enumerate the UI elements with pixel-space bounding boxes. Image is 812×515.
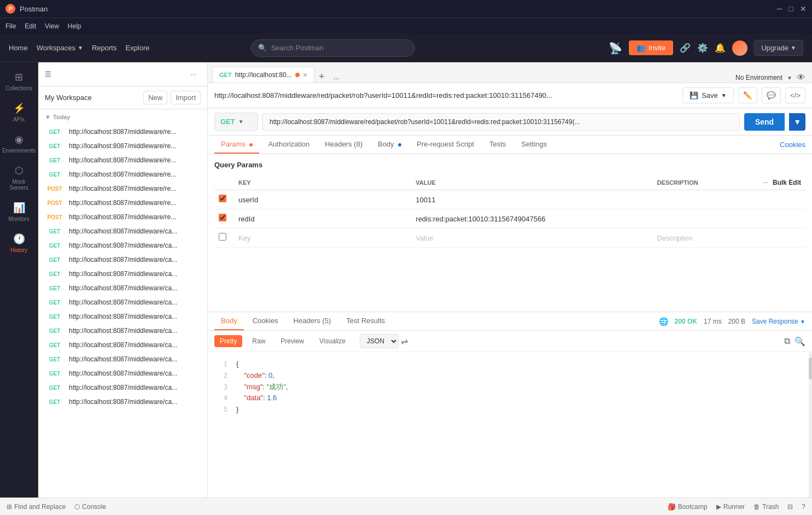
url-input[interactable]: [262, 113, 740, 131]
param-checkbox-3[interactable]: [219, 233, 226, 241]
tab-more-button[interactable]: ···: [329, 74, 344, 83]
param-desc-1[interactable]: [652, 190, 805, 209]
menu-help[interactable]: Help: [68, 22, 81, 30]
list-item[interactable]: GET http://localhost:8087/middleware/re.…: [38, 167, 207, 182]
sidebar-item-collections[interactable]: ⊞ Collections: [2, 67, 37, 96]
param-key-placeholder[interactable]: Key: [234, 229, 411, 248]
param-value-placeholder[interactable]: Value: [411, 229, 652, 248]
maximize-button[interactable]: □: [789, 4, 793, 13]
list-item[interactable]: GET http://localhost:8087/middleware/ca.…: [38, 381, 207, 395]
param-value-1[interactable]: 10011: [411, 190, 652, 209]
save-response-button[interactable]: Save Response ▼: [752, 318, 805, 325]
list-item[interactable]: GET http://localhost:8087/middleware/ca.…: [38, 309, 207, 324]
bulk-edit-button[interactable]: Bulk Edit: [773, 179, 801, 186]
sidebar-item-apis[interactable]: ⚡ APIs: [2, 98, 37, 127]
list-item[interactable]: POST http://localhost:8087/middleware/re…: [38, 210, 207, 224]
list-item[interactable]: GET http://localhost:8087/middleware/ca.…: [38, 352, 207, 366]
new-tab-button[interactable]: +: [314, 71, 329, 83]
json-format-select[interactable]: JSON: [360, 334, 399, 348]
tab-settings[interactable]: Settings: [515, 136, 553, 154]
new-button[interactable]: New: [143, 91, 167, 104]
send-button[interactable]: Send: [744, 113, 785, 131]
secondary-more-button[interactable]: ···: [186, 68, 201, 80]
resp-tab-cookies[interactable]: Cookies: [246, 312, 285, 330]
list-item[interactable]: POST http://localhost:8087/middleware/re…: [38, 182, 207, 196]
tab-close-button[interactable]: ×: [303, 71, 307, 79]
list-item[interactable]: GET http://localhost:8087/middleware/re.…: [38, 125, 207, 139]
trash-button[interactable]: 🗑 Trash: [753, 503, 779, 511]
cookies-link[interactable]: Cookies: [780, 141, 805, 149]
sidebar-item-history[interactable]: 🕐 History: [2, 229, 37, 258]
param-key-2[interactable]: redId: [234, 209, 411, 229]
save-button[interactable]: 💾 Save ▼: [682, 87, 734, 103]
list-item[interactable]: GET http://localhost:8087/middleware/ca.…: [38, 267, 207, 281]
format-preview-button[interactable]: Preview: [275, 335, 309, 347]
list-item[interactable]: GET http://localhost:8087/middleware/ca.…: [38, 366, 207, 381]
copy-button[interactable]: ⧉: [784, 336, 790, 347]
list-item[interactable]: GET http://localhost:8087/middleware/ca.…: [38, 224, 207, 238]
menu-edit[interactable]: Edit: [25, 22, 36, 30]
list-item[interactable]: GET http://localhost:8087/middleware/re.…: [38, 153, 207, 167]
list-item[interactable]: GET http://localhost:8087/middleware/ca.…: [38, 395, 207, 409]
link-icon[interactable]: 🔗: [680, 43, 691, 53]
resp-tab-body[interactable]: Body: [214, 312, 244, 330]
resp-tab-headers[interactable]: Headers (5): [287, 312, 338, 330]
request-tab[interactable]: GET http://localhost:80... ×: [212, 67, 314, 83]
param-desc-2[interactable]: [652, 209, 805, 229]
scrollbar[interactable]: [809, 352, 812, 498]
list-item[interactable]: GET http://localhost:8087/middleware/ca.…: [38, 338, 207, 352]
menu-file[interactable]: File: [5, 22, 16, 30]
list-item[interactable]: GET http://localhost:8087/middleware/re.…: [38, 139, 207, 153]
upgrade-button[interactable]: Upgrade ▼: [754, 40, 803, 56]
send-dropdown-button[interactable]: ▼: [789, 113, 805, 131]
close-button[interactable]: ✕: [800, 4, 807, 13]
runner-button[interactable]: ▶ Runner: [716, 503, 745, 511]
list-item[interactable]: POST http://localhost:8087/middleware/re…: [38, 196, 207, 210]
help-button[interactable]: ?: [802, 503, 805, 511]
param-key-1[interactable]: userId: [234, 190, 411, 209]
import-button[interactable]: Import: [171, 91, 201, 104]
find-replace-button[interactable]: ⊞ Find and Replace: [7, 503, 66, 511]
sidebar-item-environments[interactable]: ◉ Environments: [2, 129, 37, 158]
window-controls[interactable]: ─ □ ✕: [777, 4, 807, 13]
env-view-icon[interactable]: 👁: [797, 73, 805, 83]
list-item[interactable]: GET http://localhost:8087/middleware/ca.…: [38, 238, 207, 253]
avatar[interactable]: [732, 40, 747, 56]
console-button[interactable]: ⬡ Console: [74, 503, 106, 511]
tab-params[interactable]: Params: [214, 136, 259, 154]
params-more-icon[interactable]: ···: [763, 179, 768, 186]
list-item[interactable]: GET http://localhost:8087/middleware/ca.…: [38, 324, 207, 338]
settings-icon[interactable]: ⚙️: [697, 43, 708, 53]
layout-button[interactable]: ⊟: [787, 503, 793, 511]
sidebar-item-mock-servers[interactable]: ⬡ Mock Servers: [2, 160, 37, 195]
param-checkbox-1[interactable]: [219, 195, 226, 202]
method-selector[interactable]: GET ▼: [214, 113, 258, 131]
tab-authorization[interactable]: Authorization: [261, 136, 316, 154]
nav-reports[interactable]: Reports: [92, 44, 117, 52]
menu-view[interactable]: View: [45, 22, 59, 30]
nav-home[interactable]: Home: [9, 44, 28, 52]
format-raw-button[interactable]: Raw: [247, 335, 271, 347]
param-value-2[interactable]: redis:red:packet:10010:31156749047566: [411, 209, 652, 229]
tab-headers[interactable]: Headers (8): [318, 136, 369, 154]
list-item[interactable]: GET http://localhost:8087/middleware/ca.…: [38, 295, 207, 309]
invite-button[interactable]: 👥 Invite: [629, 40, 673, 55]
comment-button[interactable]: 💬: [762, 87, 781, 103]
search-bar[interactable]: 🔍 Search Postman: [251, 39, 415, 57]
minimize-button[interactable]: ─: [777, 4, 782, 13]
list-item[interactable]: GET http://localhost:8087/middleware/ca.…: [38, 281, 207, 295]
sidebar-item-monitors[interactable]: 📊 Monitors: [2, 197, 37, 226]
nav-workspaces[interactable]: Workspaces ▼: [37, 44, 83, 52]
param-checkbox-2[interactable]: [219, 214, 226, 221]
edit-button[interactable]: ✏️: [738, 87, 757, 103]
notifications-icon[interactable]: 🔔: [715, 43, 726, 53]
tab-tests[interactable]: Tests: [483, 136, 512, 154]
wrap-lines-button[interactable]: ⇌: [401, 336, 408, 347]
param-desc-placeholder[interactable]: Description: [652, 229, 805, 248]
satellite-icon[interactable]: 📡: [609, 42, 622, 55]
format-pretty-button[interactable]: Pretty: [214, 335, 242, 347]
tab-pre-request[interactable]: Pre-request Script: [410, 136, 481, 154]
format-visualize-button[interactable]: Visualize: [314, 335, 351, 347]
code-button[interactable]: </>: [785, 87, 805, 103]
list-item[interactable]: GET http://localhost:8087/middleware/ca.…: [38, 253, 207, 267]
